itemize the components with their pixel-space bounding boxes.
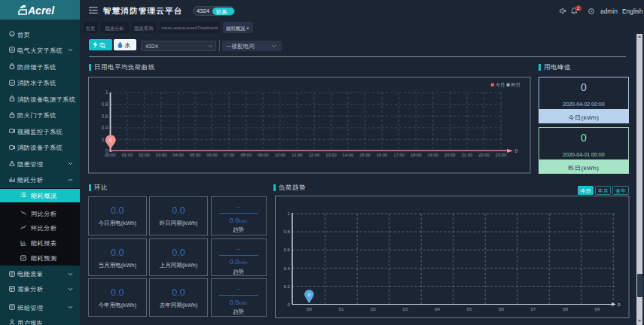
svg-text:0.6: 0.6 xyxy=(102,114,108,119)
svg-text:04:00: 04:00 xyxy=(172,153,184,157)
svg-text:08: 08 xyxy=(563,306,568,311)
svg-text:05:00: 05:00 xyxy=(190,153,201,157)
svg-text:0: 0 xyxy=(288,302,291,307)
svg-text:01: 01 xyxy=(339,306,344,311)
svg-text:16:00: 16:00 xyxy=(377,153,388,157)
svg-text:0.2: 0.2 xyxy=(283,284,290,289)
svg-text:04: 04 xyxy=(435,306,440,311)
svg-text:22:00: 22:00 xyxy=(478,153,490,157)
svg-text:14:00: 14:00 xyxy=(343,153,354,157)
svg-text:0: 0 xyxy=(618,302,621,307)
svg-text:03:00: 03:00 xyxy=(156,153,167,157)
svg-text:13:00: 13:00 xyxy=(325,153,337,157)
svg-text:11:00: 11:00 xyxy=(291,153,302,157)
svg-text:0.6: 0.6 xyxy=(283,247,290,252)
svg-text:19:00: 19:00 xyxy=(428,153,439,157)
svg-text:今日: 今日 xyxy=(496,82,505,88)
svg-text:1: 1 xyxy=(105,90,108,95)
svg-text:06:00: 06:00 xyxy=(206,153,218,157)
svg-text:0.4: 0.4 xyxy=(102,125,108,130)
svg-text:09: 09 xyxy=(595,306,600,311)
svg-text:05: 05 xyxy=(467,306,472,311)
svg-text:07: 07 xyxy=(531,306,536,311)
svg-text:01:00: 01:00 xyxy=(122,153,133,157)
svg-text:08:00: 08:00 xyxy=(240,153,252,157)
svg-text:10:00: 10:00 xyxy=(275,153,286,157)
svg-text:0: 0 xyxy=(109,138,112,143)
svg-text:12:00: 12:00 xyxy=(309,153,320,157)
svg-text:昨日: 昨日 xyxy=(511,82,520,88)
svg-text:17:00: 17:00 xyxy=(393,153,404,157)
svg-text:03: 03 xyxy=(403,306,408,311)
svg-text:1: 1 xyxy=(288,211,291,216)
svg-text:21:00: 21:00 xyxy=(462,153,473,157)
svg-text:15:00: 15:00 xyxy=(359,153,371,157)
svg-text:23:00: 23:00 xyxy=(496,153,507,157)
svg-text:0.8: 0.8 xyxy=(283,229,290,234)
svg-text:06: 06 xyxy=(499,306,504,311)
svg-text:09:00: 09:00 xyxy=(258,153,269,157)
svg-text:02:00: 02:00 xyxy=(139,153,150,157)
svg-text:00: 00 xyxy=(307,306,312,311)
svg-text:0.4: 0.4 xyxy=(283,266,290,271)
svg-text:0: 0 xyxy=(515,148,518,153)
svg-text:0.8: 0.8 xyxy=(102,102,108,107)
svg-text:00:00: 00:00 xyxy=(105,153,116,157)
svg-text:02: 02 xyxy=(371,306,376,311)
svg-text:07:00: 07:00 xyxy=(224,153,235,157)
svg-text:0: 0 xyxy=(308,292,311,297)
svg-text:18:00: 18:00 xyxy=(411,153,422,157)
svg-text:20:00: 20:00 xyxy=(444,153,456,157)
